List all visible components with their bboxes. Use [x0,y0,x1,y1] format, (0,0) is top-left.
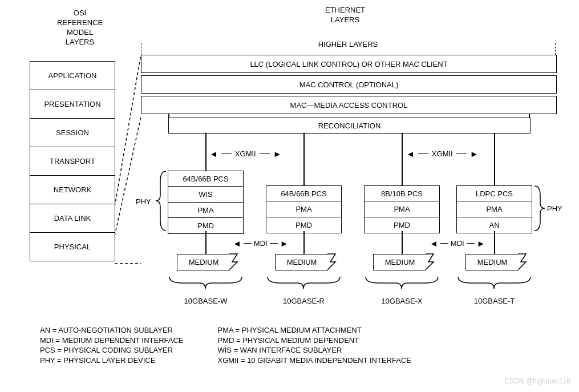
phy-brace-left [155,170,167,232]
recon-joiner-right [529,114,530,118]
legend: AN = AUTO-NEGOTIATION SUBLAYER MDI = MED… [40,325,411,365]
label-10gbase-w: 10GBASE-W [168,297,244,305]
legend-xgmii: XGMII = 10 GIGABIT MEDIA INDEPENDENT INT… [217,355,411,366]
mdi-label-1: MDI [254,239,268,248]
medium-r: MEDIUM [275,254,328,270]
legend-pmd: PMD = PHYSICAL MEDIUM DEPENDENT [217,336,411,346]
under-brace-w [168,275,244,291]
xgmii-label-1: XGMII [235,149,256,158]
osi-network: NETWORK [30,176,115,204]
mdi-label-2: MDI [451,239,464,248]
legend-right: PMA = PHYSICAL MEDIUM ATTACHMENT PMD = P… [217,325,411,365]
osi-title-l1: OSI [74,9,86,17]
osi-title: OSI REFERENCE MODEL LAYERS [40,9,120,47]
dash-top-left [141,43,141,55]
legend-left: AN = AUTO-NEGOTIATION SUBLAYER MDI = MED… [40,325,183,365]
eth-mac-ctrl: MAC CONTROL (OPTIONAL) [141,75,557,94]
phy-brace-right [533,185,546,232]
eth-title-l2: LAYERS [331,15,359,24]
label-10gbase-x: 10GBASE-X [364,297,440,305]
arrow-right-icon: ► [470,149,479,159]
arrow-left-icon: ◄ [430,239,438,248]
r-pcs: 64B/66B PCS [266,185,342,202]
osi-data-link: DATA LINK [30,204,115,233]
osi-session: SESSION [30,119,115,147]
higher-layers-label: HIGHER LAYERS [262,40,434,49]
svg-line-0 [115,55,141,207]
osi-application: APPLICATION [30,62,115,90]
mdi-2: ◄ MDI ► [430,239,485,248]
conn-t-med [494,231,495,254]
eth-llc: LLC (LOGICAL LINK CONTROL) OR OTHER MAC … [141,55,557,73]
osi-physical: PHYSICAL [30,233,115,261]
conn-x-med [402,231,403,254]
x-pma: PMA [364,201,440,217]
w-pcs: 64B/66B PCS [168,171,244,187]
arrow-left-icon: ◄ [233,239,241,248]
osi-title-l3: MODEL [67,28,93,37]
r-pma: PMA [266,201,342,217]
medium-w: MEDIUM [177,254,230,270]
xgmii-left: ◄ XGMII ► [209,149,282,159]
label-10gbase-t: 10GBASE-T [456,297,532,305]
recon-joiner-left [168,114,169,118]
eth-title-l1: ETHERNET [325,6,365,14]
zigzag-x [426,253,437,270]
w-pma: PMA [168,202,244,219]
conn-w-med [205,231,207,254]
conn-x [402,133,403,186]
mdi-1: ◄ MDI ► [233,239,289,248]
zigzag-w [229,253,241,270]
dash-top-right [555,43,556,55]
arrow-right-icon: ► [280,239,289,248]
under-brace-r [266,275,342,291]
x-pcs: 8B/10B PCS [364,185,440,202]
osi-transport: TRANSPORT [30,147,115,176]
under-brace-x [364,275,440,291]
arrow-right-icon: ► [273,149,282,159]
legend-pcs: PCS = PHYSICAL CODING SUBLAYER [40,345,183,355]
xgmii-right: ◄ XGMII ► [406,149,479,159]
ethernet-title: ETHERNET LAYERS [274,6,416,25]
osi-to-eth-dashed-lines [115,51,144,268]
medium-x: MEDIUM [373,254,426,270]
t-pma: PMA [456,201,532,217]
zigzag-r [327,253,339,270]
col-10gbase-r: 64B/66B PCS PMA PMD [266,186,342,233]
conn-r-med [303,231,305,254]
t-pcs: LDPC PCS [456,185,532,202]
watermark: CSDN @highman110 [504,377,570,385]
eth-reconciliation: RECONCILIATION [168,118,531,134]
medium-t: MEDIUM [465,254,519,270]
arrow-left-icon: ◄ [209,149,218,159]
conn-r [303,133,305,186]
col-10gbase-t: LDPC PCS PMA AN [456,186,532,233]
osi-title-l4: LAYERS [66,38,94,46]
legend-wis: WIS = WAN INTERFACE SUBLAYER [217,345,411,355]
arrow-right-icon: ► [477,239,485,248]
conn-t [494,133,495,186]
xgmii-label-2: XGMII [432,149,453,158]
conn-w [205,133,207,171]
under-brace-t [456,275,532,291]
eth-mac: MAC—MEDIA ACCESS CONTROL [141,96,557,114]
zigzag-t [518,253,529,270]
osi-presentation: PRESENTATION [30,90,115,119]
osi-stack: APPLICATION PRESENTATION SESSION TRANSPO… [30,61,115,261]
diagram-root: OSI REFERENCE MODEL LAYERS ETHERNET LAYE… [6,6,573,386]
phy-label-right: PHY [547,204,562,213]
w-wis: WIS [168,186,244,203]
arrow-left-icon: ◄ [406,149,415,159]
col-10gbase-w: 64B/66B PCS WIS PMA PMD [168,171,244,234]
legend-pma: PMA = PHYSICAL MEDIUM ATTACHMENT [217,325,411,336]
col-10gbase-x: 8B/10B PCS PMA PMD [364,186,440,233]
legend-phy: PHY = PHYSICAL LAYER DEVICE [40,355,183,366]
phy-label-left: PHY [136,197,151,206]
legend-an: AN = AUTO-NEGOTIATION SUBLAYER [40,325,183,336]
label-10gbase-r: 10GBASE-R [266,297,342,305]
svg-line-1 [115,117,141,236]
legend-mdi: MDI = MEDIUM DEPENDENT INTERFACE [40,336,183,346]
osi-title-l2: REFERENCE [57,18,103,27]
